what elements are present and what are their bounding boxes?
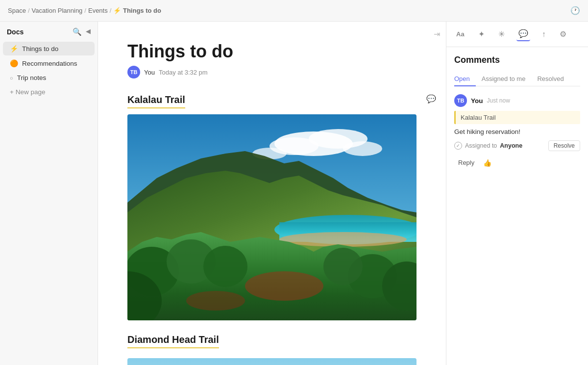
- share-icon[interactable]: ↑: [540, 28, 548, 41]
- resolve-button[interactable]: Resolve: [548, 140, 580, 151]
- panel-toolbar: Aa ✦ ✳ 💬 ↑ ⚙: [446, 22, 588, 47]
- kalalau-section: 💬 Kalalau Trail: [127, 94, 416, 320]
- author-name: You: [144, 69, 155, 76]
- sidebar-item-recommendations[interactable]: 🟠 Recommendations: [3, 56, 95, 70]
- diamond-head-image: [127, 358, 416, 365]
- expand-icon[interactable]: ⇥: [434, 29, 440, 39]
- collab-icon[interactable]: ✳: [496, 27, 507, 41]
- tab-resolved[interactable]: Resolved: [531, 72, 569, 86]
- panel-content: Comments Open Assigned to me Resolved TB…: [446, 47, 588, 365]
- breadcrumb-sep2: /: [84, 7, 86, 14]
- assigned-name: Anyone: [500, 142, 522, 149]
- sidebar-item-label: Recommendations: [22, 60, 77, 67]
- comment-time: Just now: [487, 97, 510, 104]
- sidebar-item-things-to-do[interactable]: ⚡ Things to do: [3, 42, 95, 55]
- svg-point-4: [343, 141, 382, 156]
- breadcrumb-space[interactable]: Space: [8, 7, 26, 14]
- comment-author: You: [471, 97, 483, 104]
- recommendations-icon: 🟠: [10, 59, 18, 67]
- comments-title: Comments: [454, 55, 580, 65]
- topbar: Space / Vacation Planning / Events / ⚡ T…: [0, 0, 588, 22]
- sidebar-header: Docs 🔍 ◀: [0, 27, 98, 41]
- reply-button[interactable]: Reply: [454, 157, 478, 168]
- comment-header: TB You Just now: [454, 94, 580, 107]
- sidebar-item-trip-notes[interactable]: ○ Trip notes: [3, 71, 95, 84]
- svg-point-12: [245, 271, 323, 301]
- breadcrumb-vacation[interactable]: Vacation Planning: [32, 7, 83, 14]
- main-layout: Docs 🔍 ◀ ⚡ Things to do 🟠 Recommendation…: [0, 22, 588, 365]
- history-icon[interactable]: 🕐: [570, 6, 580, 15]
- comment-body: Get hiking reservation!: [454, 128, 580, 135]
- doc-timestamp: Today at 3:32 pm: [159, 69, 208, 76]
- tab-open[interactable]: Open: [454, 72, 476, 86]
- breadcrumb-sep3: /: [110, 7, 112, 14]
- sidebar-controls: 🔍 ◀: [73, 27, 91, 36]
- assigned-label: Assigned to: [465, 142, 497, 149]
- svg-point-20: [323, 248, 363, 285]
- comment-highlight: Kalalau Trail: [454, 111, 580, 124]
- kalalau-heading: Kalalau Trail: [127, 94, 185, 108]
- doc-title: Things to do: [127, 41, 416, 62]
- font-icon[interactable]: Aa: [454, 28, 466, 40]
- comment-card: TB You Just now Kalalau Trail Get hiking…: [454, 94, 580, 168]
- comment-actions: Reply 👍: [454, 157, 580, 168]
- diamond-head-section: Diamond Head Trail: [127, 334, 416, 365]
- breadcrumb-sep1: /: [28, 7, 30, 14]
- diamond-head-heading: Diamond Head Trail: [127, 334, 219, 348]
- comment-panel-icon[interactable]: 💬: [516, 27, 530, 41]
- things-to-do-icon: ⚡: [10, 45, 18, 52]
- svg-point-10: [279, 232, 407, 247]
- sidebar: Docs 🔍 ◀ ⚡ Things to do 🟠 Recommendation…: [0, 22, 98, 365]
- comments-panel: Aa ✦ ✳ 💬 ↑ ⚙ Comments Open Assigned to m…: [446, 22, 588, 365]
- assign-check-icon: ✓: [454, 142, 462, 150]
- sidebar-item-label: Trip notes: [17, 74, 47, 81]
- sidebar-title: Docs: [7, 28, 24, 36]
- comment-avatar: TB: [454, 94, 467, 107]
- doc-meta: TB You Today at 3:32 pm: [127, 66, 416, 78]
- toolbar-icons: Aa ✦ ✳ 💬 ↑ ⚙: [454, 27, 568, 41]
- comment-tabs: Open Assigned to me Resolved: [454, 72, 580, 86]
- search-icon[interactable]: 🔍: [73, 27, 82, 36]
- new-page-label: + New page: [10, 88, 45, 96]
- avatar: TB: [127, 66, 140, 78]
- comment-assigned: ✓ Assigned to Anyone Resolve: [454, 140, 580, 151]
- svg-point-13: [186, 291, 245, 311]
- collapse-icon[interactable]: ◀: [86, 27, 91, 36]
- breadcrumb-events[interactable]: Events: [88, 7, 108, 14]
- kalalau-image: [127, 114, 416, 320]
- like-button[interactable]: 👍: [483, 159, 491, 167]
- breadcrumb: Space / Vacation Planning / Events / ⚡ T…: [8, 7, 161, 14]
- tab-assigned[interactable]: Assigned to me: [476, 72, 532, 86]
- breadcrumb-current: ⚡ Things to do: [113, 7, 161, 14]
- sidebar-item-label: Things to do: [22, 45, 58, 52]
- magic-icon[interactable]: ✦: [476, 27, 487, 41]
- content-area: ⇥ Things to do TB You Today at 3:32 pm 💬…: [98, 22, 446, 365]
- trip-notes-icon: ○: [10, 75, 13, 81]
- settings-icon[interactable]: ⚙: [558, 27, 568, 41]
- new-page-button[interactable]: + New page: [3, 85, 95, 99]
- add-comment-icon[interactable]: 💬: [426, 94, 436, 104]
- svg-point-16: [203, 246, 247, 287]
